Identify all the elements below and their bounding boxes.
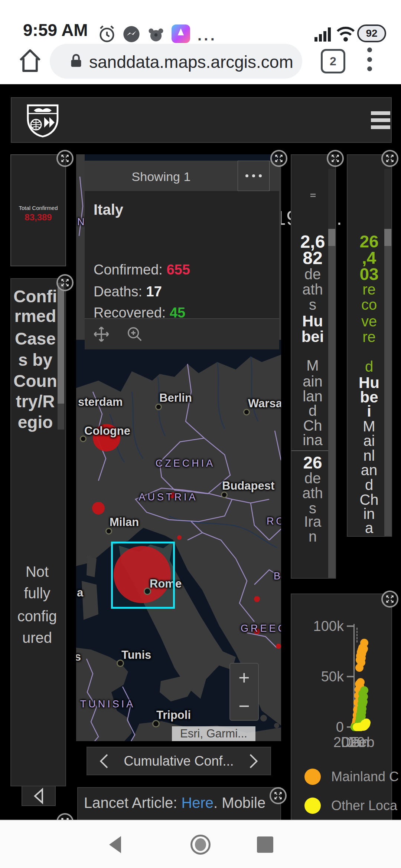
battery-icon: 92 [357, 24, 386, 42]
text-line: de [304, 266, 321, 283]
panel-mini-mark [310, 194, 316, 195]
chart-y-tick-label: 50k [307, 669, 344, 685]
chart-dot [356, 678, 365, 686]
case-bubble [177, 535, 182, 540]
dashboard-header: Coronavirus COVID-19 Gl... [11, 97, 392, 143]
legend-label: Other Loca [331, 798, 397, 813]
chart-dashed-line [356, 628, 358, 642]
map-label: a [77, 586, 83, 599]
text-line: d [365, 477, 373, 493]
deaths-panel-divider [291, 450, 328, 451]
url-text: sanddata.maps.arcgis.com [89, 52, 293, 72]
popup-stat-value: 655 [166, 262, 190, 277]
legend-swatch [304, 798, 321, 814]
map-label: Milan [110, 516, 139, 529]
android-nav-bar [0, 820, 401, 868]
zoom-out-button[interactable]: − [238, 695, 250, 717]
text-line: de [304, 470, 321, 487]
zoom-in-button[interactable]: + [238, 667, 250, 689]
text-line: co [361, 296, 377, 313]
expand-icon[interactable] [381, 591, 398, 608]
battery-percent: 92 [366, 27, 377, 39]
text-line: n [309, 528, 317, 545]
map-label: TUNISIA [80, 698, 136, 710]
popup-country: Italy [94, 201, 123, 218]
text-line: Not [26, 563, 49, 580]
series-next-button[interactable] [247, 753, 259, 770]
zoom-to-icon[interactable] [126, 326, 143, 343]
recovered-scrollbar-thumb[interactable] [384, 229, 391, 246]
text-line: egio [18, 412, 53, 432]
tab-switcher-button[interactable]: 2 [321, 49, 345, 73]
popup-body: Italy Confirmed: 655Deaths: 17Recovered:… [85, 191, 279, 318]
text-line: M [306, 357, 319, 374]
total-confirmed-value: 83,389 [10, 212, 66, 223]
browser-menu-icon[interactable] [367, 47, 372, 71]
popup-header[interactable]: Showing 1 [85, 161, 279, 191]
left-panel-scrollbar[interactable] [58, 283, 64, 404]
expand-icon[interactable] [56, 274, 74, 291]
collapse-arrow-icon [30, 787, 47, 805]
total-confirmed-label: Total Confirmed [10, 205, 66, 211]
map-attribution[interactable]: Esri, Garmi... [172, 726, 255, 741]
expand-icon[interactable] [56, 150, 74, 167]
map-label: Budapest [222, 479, 274, 493]
nav-recents-button[interactable] [257, 836, 273, 853]
text-line: ai [363, 433, 375, 449]
left-panel-scrollbar-track [58, 404, 64, 430]
phone-screen: 9:59 AM ··· [0, 0, 401, 868]
text-line: Ira [304, 513, 322, 530]
map-label: Cologne [84, 424, 130, 438]
chart-y-tick-label: 100k [307, 618, 344, 634]
text-line: Coun [13, 371, 57, 391]
home-icon[interactable] [16, 47, 45, 76]
external-link[interactable]: Here [181, 795, 213, 811]
pan-icon[interactable] [93, 326, 110, 343]
text-line: Confi [13, 286, 57, 306]
link-text: . Mobile [213, 795, 265, 811]
text-line: an [361, 462, 378, 479]
map-zoom-control[interactable]: + − [229, 663, 259, 721]
gallery-app-icon [172, 24, 190, 43]
chart-y-tick [347, 676, 354, 677]
links-line-1: Lancet Article: Here. Mobile [84, 795, 265, 811]
chart-y-tick-label: 0 [307, 719, 344, 735]
text-line: bei [301, 328, 324, 346]
text-line: 82 [303, 248, 322, 268]
popup-menu-button[interactable] [238, 161, 270, 191]
map-series-bar: Cumulative Conf... [87, 747, 271, 775]
map-selection-box [111, 542, 175, 609]
chart-legend: Mainland COther Loca [304, 769, 399, 814]
deaths-scrollbar-thumb[interactable] [328, 229, 335, 246]
popup-stat-row: Deaths: 17 [94, 284, 162, 300]
nav-home-button[interactable] [190, 835, 211, 855]
map-label: Berlin [159, 391, 192, 405]
expand-icon[interactable] [270, 150, 287, 167]
map-label: sterdam [78, 395, 123, 409]
case-bubble [276, 644, 281, 649]
status-time: 9:59 AM [23, 20, 88, 40]
legend-swatch [304, 769, 321, 785]
address-bar[interactable]: sanddata.maps.arcgis.com [50, 44, 302, 79]
expand-icon[interactable] [270, 787, 287, 804]
nav-back-button[interactable] [107, 835, 123, 854]
browser-chrome: 9:59 AM ··· [0, 0, 401, 84]
text-line: d [309, 402, 317, 419]
legend-item: Mainland C [304, 769, 399, 785]
collapse-rail-button[interactable] [22, 786, 56, 806]
text-line: d [365, 358, 373, 375]
expand-icon[interactable] [327, 150, 344, 167]
text-line: ath [302, 485, 323, 502]
chart-dot [360, 639, 368, 647]
text-line: s [309, 296, 316, 313]
recovered-scrollbar-lower [384, 246, 391, 536]
map-label: Tunis [121, 648, 151, 662]
text-line: fully [24, 585, 50, 602]
text-line: ina [303, 432, 322, 448]
case-bubble [254, 596, 260, 602]
series-prev-button[interactable] [98, 753, 110, 770]
text-line: try/R [16, 391, 55, 411]
expand-icon[interactable] [381, 150, 398, 167]
text-line: Case [15, 329, 56, 349]
map-label: RO [267, 516, 281, 527]
